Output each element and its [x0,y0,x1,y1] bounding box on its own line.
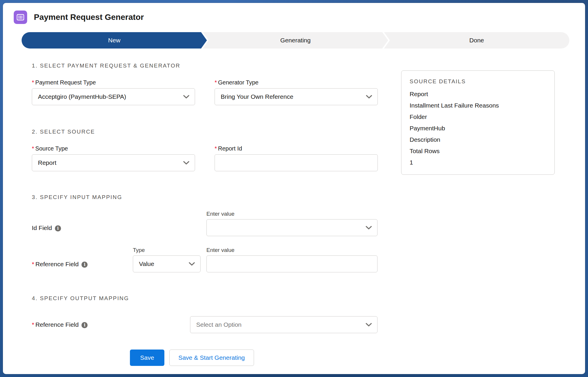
output-reference-placeholder: Select an Option [196,321,241,328]
report-id-field: *Report Id [215,145,378,171]
required-asterisk: * [32,145,34,152]
header: Payment Request Generator [14,11,569,24]
reference-value-input[interactable] [206,255,377,272]
source-details-line: 1 [410,157,546,168]
id-field-value-cell: Enter value [206,210,377,236]
payment-request-type-field: *Payment Request Type Acceptgiro (Paymen… [32,79,195,105]
report-id-input[interactable] [215,154,378,171]
id-field-row: Id Fieldi Enter value [32,210,569,236]
reference-type-cell: Type Value [133,247,201,272]
source-details-panel: SOURCE DETAILS Report Installment Last F… [401,70,555,175]
required-asterisk: * [32,321,34,328]
payment-request-type-label: *Payment Request Type [32,79,195,86]
source-details-line: Installment Last Failure Reasons [410,100,546,111]
abacus-icon [17,13,24,21]
path-stage-new[interactable]: New [22,32,207,49]
payment-request-generator-card: Payment Request Generator New Generating… [3,3,585,374]
payment-request-type-value: Acceptgiro (PaymentHub-SEPA) [38,93,126,100]
output-reference-field-row: *Reference Fieldi Select an Option [32,316,569,333]
progress-path: New Generating Done [22,32,569,49]
chevron-down-icon [366,323,372,327]
input-reference-field-row: *Reference Fieldi Type Value Enter value [32,247,569,272]
generator-type-value: Bring Your Own Reference [221,93,293,100]
source-details-line: Total Rows [410,145,546,157]
output-reference-combobox[interactable]: Select an Option [190,316,377,333]
info-icon[interactable]: i [55,225,61,231]
path-stage-done[interactable]: Done [384,32,569,49]
form-actions: Save Save & Start Generating [130,350,569,366]
chevron-down-icon [366,226,372,230]
generator-type-combobox[interactable]: Bring Your Own Reference [215,88,378,105]
generator-app-icon [14,11,27,24]
required-asterisk: * [32,79,34,86]
save-and-start-generating-button[interactable]: Save & Start Generating [169,350,254,366]
generator-type-label: *Generator Type [215,79,378,86]
source-details-line: PaymentHub [410,122,546,134]
reference-type-label: Type [133,247,201,254]
source-type-label: *Source Type [32,145,195,152]
section1-heading: 1. SELECT PAYMENT REQUEST & GENERATOR [32,63,569,69]
source-details-heading: SOURCE DETAILS [410,78,546,85]
info-icon[interactable]: i [81,262,88,268]
payment-request-type-combobox[interactable]: Acceptgiro (PaymentHub-SEPA) [32,88,195,105]
id-field-label: Id Fieldi [32,224,206,236]
reference-type-value: Value [139,260,154,267]
generator-type-field: *Generator Type Bring Your Own Reference [215,79,378,105]
source-type-value: Report [38,159,56,166]
source-details-line: Description [410,134,546,145]
report-id-label: *Report Id [215,145,378,152]
section4-heading: 4. SPECIFY OUTPUT MAPPING [32,295,569,302]
path-stage-generating[interactable]: Generating [203,32,388,49]
chevron-down-icon [366,95,372,99]
source-type-combobox[interactable]: Report [32,154,195,171]
source-details-line: Folder [410,111,546,122]
reference-enter-value-label: Enter value [206,247,377,254]
save-button[interactable]: Save [130,350,164,366]
info-icon[interactable]: i [81,322,88,328]
source-type-field: *Source Type Report [32,145,195,171]
input-reference-field-label: *Reference Fieldi [32,261,133,272]
reference-type-combobox[interactable]: Value [133,255,201,272]
chevron-down-icon [183,95,189,99]
page-title: Payment Request Generator [34,13,144,22]
required-asterisk: * [32,261,34,267]
chevron-down-icon [183,161,189,165]
id-field-value-combobox[interactable] [206,219,377,236]
source-details-line: Report [410,88,546,100]
output-reference-field-label: *Reference Fieldi [32,321,190,328]
reference-value-cell: Enter value [206,247,377,272]
required-asterisk: * [215,79,217,86]
id-field-enter-value-label: Enter value [206,210,377,217]
required-asterisk: * [215,145,217,152]
chevron-down-icon [189,262,195,266]
section3-heading: 3. SPECIFY INPUT MAPPING [32,194,569,200]
